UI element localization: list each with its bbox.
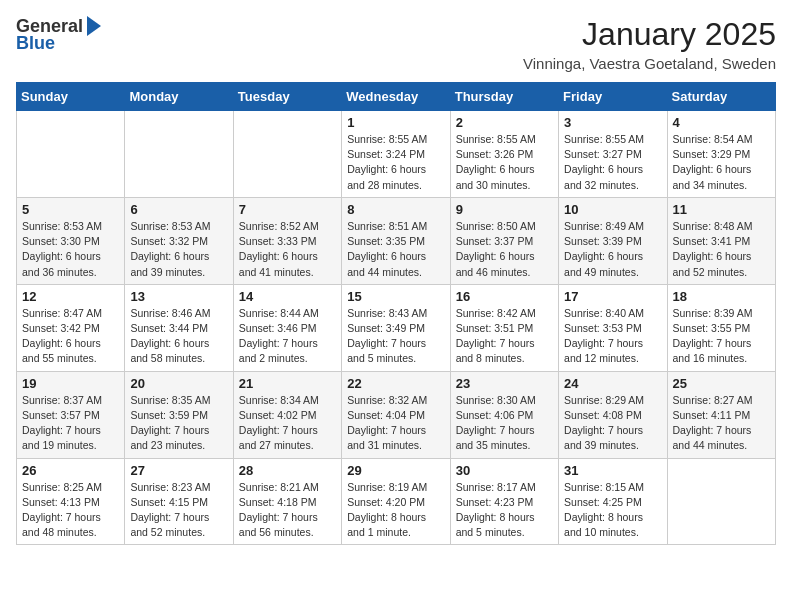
calendar-week-row: 26Sunrise: 8:25 AM Sunset: 4:13 PM Dayli… xyxy=(17,458,776,545)
calendar-cell: 2Sunrise: 8:55 AM Sunset: 3:26 PM Daylig… xyxy=(450,111,558,198)
calendar-cell: 19Sunrise: 8:37 AM Sunset: 3:57 PM Dayli… xyxy=(17,371,125,458)
calendar-cell: 6Sunrise: 8:53 AM Sunset: 3:32 PM Daylig… xyxy=(125,197,233,284)
calendar-cell: 31Sunrise: 8:15 AM Sunset: 4:25 PM Dayli… xyxy=(559,458,667,545)
day-info: Sunrise: 8:17 AM Sunset: 4:23 PM Dayligh… xyxy=(456,480,553,541)
calendar-table: SundayMondayTuesdayWednesdayThursdayFrid… xyxy=(16,82,776,545)
day-number: 9 xyxy=(456,202,553,217)
calendar-cell: 26Sunrise: 8:25 AM Sunset: 4:13 PM Dayli… xyxy=(17,458,125,545)
day-number: 8 xyxy=(347,202,444,217)
day-info: Sunrise: 8:55 AM Sunset: 3:24 PM Dayligh… xyxy=(347,132,444,193)
day-info: Sunrise: 8:53 AM Sunset: 3:30 PM Dayligh… xyxy=(22,219,119,280)
day-number: 4 xyxy=(673,115,770,130)
logo-blue-text: Blue xyxy=(16,33,55,54)
day-number: 21 xyxy=(239,376,336,391)
day-info: Sunrise: 8:54 AM Sunset: 3:29 PM Dayligh… xyxy=(673,132,770,193)
calendar-week-row: 19Sunrise: 8:37 AM Sunset: 3:57 PM Dayli… xyxy=(17,371,776,458)
header-saturday: Saturday xyxy=(667,83,775,111)
day-info: Sunrise: 8:15 AM Sunset: 4:25 PM Dayligh… xyxy=(564,480,661,541)
day-info: Sunrise: 8:42 AM Sunset: 3:51 PM Dayligh… xyxy=(456,306,553,367)
page-location: Vinninga, Vaestra Goetaland, Sweden xyxy=(523,55,776,72)
day-number: 24 xyxy=(564,376,661,391)
calendar-cell xyxy=(667,458,775,545)
header-friday: Friday xyxy=(559,83,667,111)
day-info: Sunrise: 8:34 AM Sunset: 4:02 PM Dayligh… xyxy=(239,393,336,454)
header-thursday: Thursday xyxy=(450,83,558,111)
day-number: 29 xyxy=(347,463,444,478)
calendar-cell: 18Sunrise: 8:39 AM Sunset: 3:55 PM Dayli… xyxy=(667,284,775,371)
day-info: Sunrise: 8:37 AM Sunset: 3:57 PM Dayligh… xyxy=(22,393,119,454)
day-number: 18 xyxy=(673,289,770,304)
day-number: 30 xyxy=(456,463,553,478)
day-number: 12 xyxy=(22,289,119,304)
day-info: Sunrise: 8:50 AM Sunset: 3:37 PM Dayligh… xyxy=(456,219,553,280)
calendar-cell: 9Sunrise: 8:50 AM Sunset: 3:37 PM Daylig… xyxy=(450,197,558,284)
header-wednesday: Wednesday xyxy=(342,83,450,111)
day-info: Sunrise: 8:52 AM Sunset: 3:33 PM Dayligh… xyxy=(239,219,336,280)
calendar-cell: 3Sunrise: 8:55 AM Sunset: 3:27 PM Daylig… xyxy=(559,111,667,198)
day-info: Sunrise: 8:32 AM Sunset: 4:04 PM Dayligh… xyxy=(347,393,444,454)
calendar-cell: 20Sunrise: 8:35 AM Sunset: 3:59 PM Dayli… xyxy=(125,371,233,458)
calendar-cell: 24Sunrise: 8:29 AM Sunset: 4:08 PM Dayli… xyxy=(559,371,667,458)
calendar-cell xyxy=(233,111,341,198)
calendar-week-row: 12Sunrise: 8:47 AM Sunset: 3:42 PM Dayli… xyxy=(17,284,776,371)
calendar-cell: 15Sunrise: 8:43 AM Sunset: 3:49 PM Dayli… xyxy=(342,284,450,371)
calendar-cell: 5Sunrise: 8:53 AM Sunset: 3:30 PM Daylig… xyxy=(17,197,125,284)
day-info: Sunrise: 8:19 AM Sunset: 4:20 PM Dayligh… xyxy=(347,480,444,541)
calendar-cell: 27Sunrise: 8:23 AM Sunset: 4:15 PM Dayli… xyxy=(125,458,233,545)
calendar-cell: 16Sunrise: 8:42 AM Sunset: 3:51 PM Dayli… xyxy=(450,284,558,371)
calendar-cell: 17Sunrise: 8:40 AM Sunset: 3:53 PM Dayli… xyxy=(559,284,667,371)
day-info: Sunrise: 8:49 AM Sunset: 3:39 PM Dayligh… xyxy=(564,219,661,280)
day-info: Sunrise: 8:35 AM Sunset: 3:59 PM Dayligh… xyxy=(130,393,227,454)
day-info: Sunrise: 8:23 AM Sunset: 4:15 PM Dayligh… xyxy=(130,480,227,541)
day-number: 28 xyxy=(239,463,336,478)
calendar-header-row: SundayMondayTuesdayWednesdayThursdayFrid… xyxy=(17,83,776,111)
calendar-cell: 1Sunrise: 8:55 AM Sunset: 3:24 PM Daylig… xyxy=(342,111,450,198)
title-section: January 2025 Vinninga, Vaestra Goetaland… xyxy=(523,16,776,72)
day-info: Sunrise: 8:27 AM Sunset: 4:11 PM Dayligh… xyxy=(673,393,770,454)
day-number: 22 xyxy=(347,376,444,391)
calendar-cell: 23Sunrise: 8:30 AM Sunset: 4:06 PM Dayli… xyxy=(450,371,558,458)
day-number: 20 xyxy=(130,376,227,391)
calendar-cell: 7Sunrise: 8:52 AM Sunset: 3:33 PM Daylig… xyxy=(233,197,341,284)
day-number: 11 xyxy=(673,202,770,217)
day-info: Sunrise: 8:53 AM Sunset: 3:32 PM Dayligh… xyxy=(130,219,227,280)
day-number: 19 xyxy=(22,376,119,391)
day-number: 31 xyxy=(564,463,661,478)
day-number: 1 xyxy=(347,115,444,130)
day-number: 26 xyxy=(22,463,119,478)
day-number: 6 xyxy=(130,202,227,217)
day-info: Sunrise: 8:51 AM Sunset: 3:35 PM Dayligh… xyxy=(347,219,444,280)
header-monday: Monday xyxy=(125,83,233,111)
calendar-cell: 8Sunrise: 8:51 AM Sunset: 3:35 PM Daylig… xyxy=(342,197,450,284)
calendar-cell: 12Sunrise: 8:47 AM Sunset: 3:42 PM Dayli… xyxy=(17,284,125,371)
calendar-cell: 10Sunrise: 8:49 AM Sunset: 3:39 PM Dayli… xyxy=(559,197,667,284)
day-number: 23 xyxy=(456,376,553,391)
day-number: 7 xyxy=(239,202,336,217)
day-info: Sunrise: 8:44 AM Sunset: 3:46 PM Dayligh… xyxy=(239,306,336,367)
day-number: 17 xyxy=(564,289,661,304)
calendar-cell: 21Sunrise: 8:34 AM Sunset: 4:02 PM Dayli… xyxy=(233,371,341,458)
page-title: January 2025 xyxy=(523,16,776,53)
calendar-cell: 28Sunrise: 8:21 AM Sunset: 4:18 PM Dayli… xyxy=(233,458,341,545)
day-number: 5 xyxy=(22,202,119,217)
day-info: Sunrise: 8:46 AM Sunset: 3:44 PM Dayligh… xyxy=(130,306,227,367)
day-number: 2 xyxy=(456,115,553,130)
header-tuesday: Tuesday xyxy=(233,83,341,111)
day-info: Sunrise: 8:48 AM Sunset: 3:41 PM Dayligh… xyxy=(673,219,770,280)
day-info: Sunrise: 8:55 AM Sunset: 3:26 PM Dayligh… xyxy=(456,132,553,193)
day-number: 10 xyxy=(564,202,661,217)
day-number: 16 xyxy=(456,289,553,304)
day-info: Sunrise: 8:21 AM Sunset: 4:18 PM Dayligh… xyxy=(239,480,336,541)
day-info: Sunrise: 8:55 AM Sunset: 3:27 PM Dayligh… xyxy=(564,132,661,193)
calendar-cell xyxy=(17,111,125,198)
day-number: 27 xyxy=(130,463,227,478)
day-info: Sunrise: 8:43 AM Sunset: 3:49 PM Dayligh… xyxy=(347,306,444,367)
logo-arrow-icon xyxy=(87,16,101,36)
calendar-week-row: 5Sunrise: 8:53 AM Sunset: 3:30 PM Daylig… xyxy=(17,197,776,284)
day-info: Sunrise: 8:29 AM Sunset: 4:08 PM Dayligh… xyxy=(564,393,661,454)
day-number: 13 xyxy=(130,289,227,304)
day-info: Sunrise: 8:47 AM Sunset: 3:42 PM Dayligh… xyxy=(22,306,119,367)
day-info: Sunrise: 8:30 AM Sunset: 4:06 PM Dayligh… xyxy=(456,393,553,454)
calendar-cell: 14Sunrise: 8:44 AM Sunset: 3:46 PM Dayli… xyxy=(233,284,341,371)
calendar-week-row: 1Sunrise: 8:55 AM Sunset: 3:24 PM Daylig… xyxy=(17,111,776,198)
